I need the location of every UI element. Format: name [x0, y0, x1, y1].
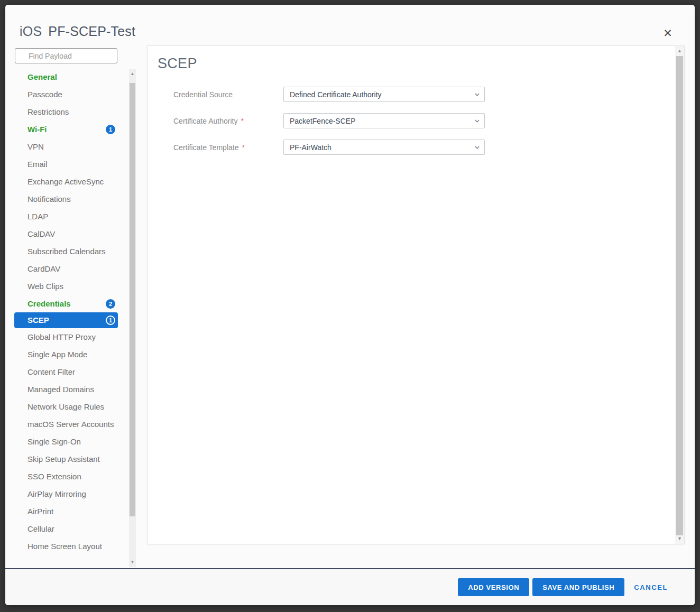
sidebar-item-scep[interactable]: SCEP1 [14, 312, 118, 328]
sidebar-item-label: Single App Mode [27, 347, 115, 362]
sidebar-item-web-clips[interactable]: Web Clips [14, 277, 118, 295]
sidebar-item-label: Content Filter [27, 365, 115, 379]
scroll-up-icon[interactable]: ▲ [129, 70, 136, 78]
sidebar-item-home-screen-layout[interactable]: Home Screen Layout [14, 537, 118, 555]
scroll-up-icon[interactable]: ▲ [675, 47, 684, 55]
select-value: PacketFence-SCEP [290, 117, 356, 125]
sidebar-item-airplay-mirroring[interactable]: AirPlay Mirroring [14, 485, 118, 503]
payload-count-badge: 2 [106, 299, 115, 309]
sidebar-item-ldap[interactable]: LDAP [14, 208, 118, 225]
sidebar-item-label: Wi-Fi [27, 122, 103, 137]
modal-footer: ADD VERSION SAVE AND PUBLISH CANCEL [5, 569, 695, 605]
chevron-down-icon [475, 119, 480, 123]
sidebar-item-label: Restrictions [27, 105, 115, 119]
sidebar-item-label: Managed Domains [27, 382, 115, 397]
sidebar-item-label: Network Usage Rules [27, 400, 115, 414]
sidebar-item-label: SSO Extension [27, 469, 115, 484]
sidebar-item-label: SCEP [27, 313, 103, 328]
sidebar-scrollbar[interactable]: ▲ ▼ [129, 69, 136, 567]
sidebar-item-label: Home Screen Layout [27, 539, 115, 554]
sidebar-item-general[interactable]: General [14, 68, 118, 86]
sidebar-item-label: LDAP [27, 209, 115, 224]
sidebar-item-label: VPN [27, 140, 115, 154]
payload-count-badge: 1 [106, 125, 115, 134]
panel-scrollbar-thumb[interactable] [676, 56, 683, 535]
sidebar-item-label: Skip Setup Assistant [27, 452, 115, 467]
sidebar-item-label: Single Sign-On [27, 434, 115, 449]
sidebar-item-global-http-proxy[interactable]: Global HTTP Proxy [14, 328, 118, 346]
sidebar-item-credentials[interactable]: Credentials2 [14, 295, 118, 312]
sidebar-item-label: macOS Server Accounts [27, 417, 115, 432]
select-value: Defined Certificate Authority [290, 90, 382, 99]
sidebar-item-passcode[interactable]: Passcode [14, 86, 118, 103]
sidebar-scrollbar-thumb[interactable] [130, 83, 135, 516]
field-label: Credential Source [173, 87, 233, 102]
sidebar-item-single-sign-on[interactable]: Single Sign-On [14, 433, 118, 450]
sidebar-item-network-usage-rules[interactable]: Network Usage Rules [14, 398, 118, 415]
sidebar-item-label: Global HTTP Proxy [27, 330, 115, 345]
sidebar-item-subscribed-calendars[interactable]: Subscribed Calendars [14, 243, 118, 260]
sidebar-item-single-app-mode[interactable]: Single App Mode [14, 346, 118, 363]
profile-name: PF-SCEP-Test [48, 24, 135, 39]
scep-payload-panel: SCEP Credential SourceDefined Certificat… [147, 45, 685, 544]
sidebar-item-label: Cellular [27, 522, 115, 536]
sidebar-item-macos-server-accounts[interactable]: macOS Server Accounts [14, 415, 118, 433]
platform-label: iOS [20, 24, 42, 39]
sidebar-item-skip-setup-assistant[interactable]: Skip Setup Assistant [14, 450, 118, 468]
modal-title: iOSPF-SCEP-Test [20, 24, 135, 39]
sidebar-item-email[interactable]: Email [14, 155, 118, 173]
cancel-button[interactable]: CANCEL [634, 583, 668, 591]
sidebar-item-label: AirPlay Mirroring [27, 487, 115, 502]
sidebar-item-label: Email [27, 157, 115, 172]
chevron-down-icon [475, 93, 480, 96]
sidebar-item-caldav[interactable]: CalDAV [14, 225, 118, 243]
field-row: Credential SourceDefined Certificate Aut… [148, 87, 684, 102]
required-asterisk: * [241, 117, 243, 125]
sidebar-item-restrictions[interactable]: Restrictions [14, 103, 118, 120]
sidebar-item-label: AirPrint [27, 504, 115, 519]
sidebar-item-exchange-activesync[interactable]: Exchange ActiveSync [14, 173, 118, 190]
sidebar-item-vpn[interactable]: VPN [14, 138, 118, 155]
required-asterisk: * [242, 143, 244, 152]
sidebar-item-label: Subscribed Calendars [27, 244, 115, 259]
certificate-authority-select[interactable]: PacketFence-SCEP [283, 113, 485, 128]
payload-count-badge: 1 [106, 316, 115, 325]
panel-scrollbar[interactable]: ▲ ▼ [675, 46, 684, 544]
scroll-down-icon[interactable]: ▼ [675, 534, 684, 543]
save-and-publish-button[interactable]: SAVE AND PUBLISH [532, 578, 624, 596]
sidebar-item-label: CalDAV [27, 227, 115, 242]
chevron-down-icon [475, 146, 480, 149]
sidebar-item-wi-fi[interactable]: Wi-Fi1 [14, 120, 118, 138]
sidebar-item-notifications[interactable]: Notifications [14, 190, 118, 208]
close-icon[interactable]: ✕ [660, 26, 675, 41]
sidebar-item-sso-extension[interactable]: SSO Extension [14, 468, 118, 485]
sidebar-item-managed-domains[interactable]: Managed Domains [14, 381, 118, 398]
field-label: Certificate Template* [173, 140, 245, 155]
certificate-template-select[interactable]: PF-AirWatch [283, 140, 485, 155]
add-version-button[interactable]: ADD VERSION [458, 578, 529, 596]
find-payload-input[interactable] [15, 48, 117, 63]
payload-nav: GeneralPasscodeRestrictionsWi-Fi1VPNEmai… [14, 68, 118, 555]
sidebar-item-label: Exchange ActiveSync [27, 174, 115, 189]
profile-editor-modal: iOSPF-SCEP-Test ✕ GeneralPasscodeRestric… [5, 5, 695, 605]
sidebar-item-label: Credentials [27, 296, 103, 311]
sidebar-item-label: Notifications [27, 192, 115, 207]
sidebar-item-label: Passcode [27, 87, 115, 102]
sidebar-item-cellular[interactable]: Cellular [14, 520, 118, 537]
credential-source-select[interactable]: Defined Certificate Authority [283, 87, 485, 102]
field-row: Certificate Template*PF-AirWatch [148, 140, 684, 155]
field-row: Certificate Authority*PacketFence-SCEP [148, 113, 684, 128]
sidebar-item-carddav[interactable]: CardDAV [14, 260, 118, 277]
sidebar-item-label: CardDAV [27, 262, 115, 276]
sidebar-item-label: General [27, 70, 115, 85]
field-list: Credential SourceDefined Certificate Aut… [148, 87, 684, 166]
panel-heading: SCEP [158, 55, 197, 72]
field-label: Certificate Authority* [173, 113, 244, 128]
sidebar-item-airprint[interactable]: AirPrint [14, 503, 118, 520]
sidebar-item-label: Web Clips [27, 279, 115, 294]
select-value: PF-AirWatch [290, 143, 331, 152]
scroll-down-icon[interactable]: ▼ [129, 559, 136, 566]
sidebar-item-content-filter[interactable]: Content Filter [14, 363, 118, 381]
